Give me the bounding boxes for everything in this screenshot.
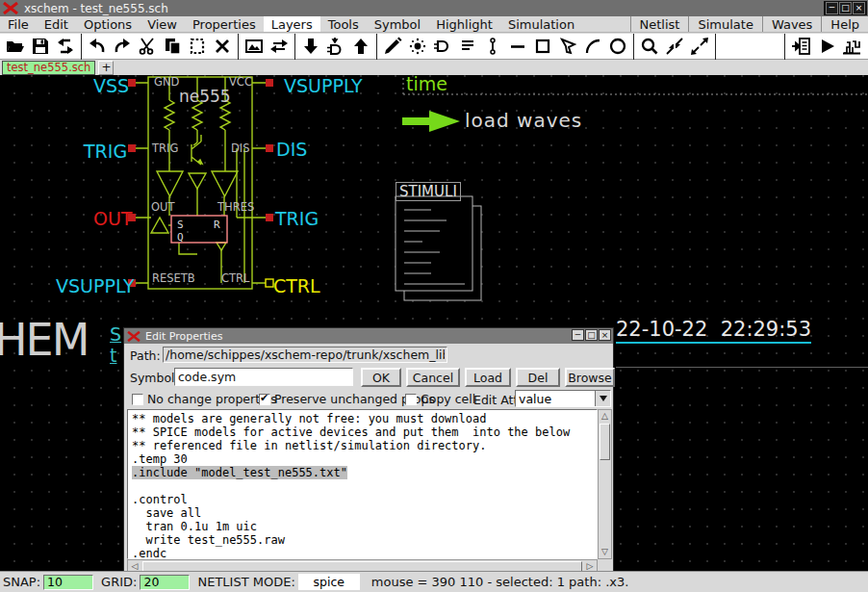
code-line[interactable]: save all xyxy=(132,506,597,520)
light-icon[interactable] xyxy=(405,35,430,58)
zoom-box-icon[interactable] xyxy=(687,35,712,58)
search-icon[interactable] xyxy=(637,35,662,58)
delete-icon[interactable] xyxy=(210,35,235,58)
checkbox-box[interactable]: ✔ xyxy=(259,394,270,405)
circle-icon[interactable] xyxy=(605,35,630,58)
code-line-highlighted[interactable]: .include "model_test_ne555.txt" xyxy=(132,466,347,479)
checkbox-box[interactable] xyxy=(405,394,417,405)
code-line[interactable]: ** SPICE models for active devices and p… xyxy=(132,425,597,439)
undo-icon[interactable] xyxy=(85,35,110,58)
menu-highlight[interactable]: Highlight xyxy=(428,16,500,32)
checkbox-box[interactable] xyxy=(132,394,143,405)
move-down-icon[interactable] xyxy=(298,35,323,58)
waves-icon[interactable] xyxy=(839,35,864,58)
edit-attr-combobox[interactable] xyxy=(515,390,611,407)
rectangle-icon[interactable] xyxy=(530,35,555,58)
close-icon[interactable]: × xyxy=(853,2,865,14)
dialog-close-icon[interactable]: × xyxy=(599,329,611,341)
polygon-icon[interactable] xyxy=(555,35,580,58)
dialog-titlebar[interactable]: Edit Properties ─ □ × xyxy=(124,328,613,344)
menu-waves[interactable]: Waves xyxy=(762,16,821,32)
stimuli-documents[interactable] xyxy=(396,196,481,300)
open-icon[interactable] xyxy=(3,35,28,58)
properties-text-editor[interactable]: ** models are generally not free: you mu… xyxy=(127,409,598,559)
time-label[interactable]: time xyxy=(406,75,447,94)
code-line[interactable] xyxy=(132,479,597,493)
dialog-maximize-icon[interactable]: □ xyxy=(585,329,598,341)
component-name[interactable]: ne555 xyxy=(179,87,231,106)
grid-input[interactable] xyxy=(140,575,190,590)
load-waves-arrow-icon[interactable] xyxy=(402,111,460,132)
code-line[interactable]: ** models are generally not free: you mu… xyxy=(132,412,597,425)
load-waves-label[interactable]: load waves xyxy=(465,109,582,132)
menu-properties[interactable]: Properties xyxy=(185,16,264,32)
tab-test-ne555[interactable]: test_ne555.sch xyxy=(2,61,95,75)
vertical-scrollbar-thumb[interactable] xyxy=(600,424,610,460)
code-line[interactable]: tran 0.1u 1m uic xyxy=(132,520,597,533)
menu-tools[interactable]: Tools xyxy=(320,16,367,32)
symbol-input[interactable] xyxy=(174,368,353,386)
net-label-dis[interactable]: DIS xyxy=(276,139,307,160)
menu-layers[interactable]: Layers xyxy=(264,16,320,32)
horizontal-scrollbar-thumb[interactable] xyxy=(142,561,582,572)
menu-edit[interactable]: Edit xyxy=(37,16,76,32)
copy-cell-checkbox[interactable]: Copy cell xyxy=(405,392,475,406)
code-line[interactable]: .control xyxy=(132,493,597,506)
simulate-icon[interactable] xyxy=(814,35,839,58)
browse-button[interactable]: Browse xyxy=(565,368,615,387)
arc-icon[interactable] xyxy=(580,35,605,58)
vertical-scrollbar[interactable]: △ ▽ xyxy=(598,409,612,559)
code-line[interactable]: ** referenced file in netlist/simulation… xyxy=(132,439,597,452)
ok-button[interactable]: OK xyxy=(361,368,401,387)
snap-input[interactable] xyxy=(43,575,93,590)
place-symbol-icon[interactable] xyxy=(242,35,267,58)
menu-options[interactable]: Options xyxy=(76,16,140,32)
code-line[interactable]: .endc xyxy=(132,547,597,559)
new-tab-button[interactable]: + xyxy=(98,61,114,75)
swap-icon[interactable] xyxy=(267,35,292,58)
menu-symbol[interactable]: Symbol xyxy=(367,16,428,32)
load-button[interactable]: Load xyxy=(465,368,511,387)
ctrl-pin-highlighted[interactable] xyxy=(266,279,273,287)
menu-netlist[interactable]: Netlist xyxy=(630,16,689,32)
scroll-up-icon[interactable]: △ xyxy=(599,410,611,423)
dialog-minimize-icon[interactable]: ─ xyxy=(572,329,584,341)
scroll-down-icon[interactable]: ▽ xyxy=(599,546,611,558)
net-label-vsupply-top[interactable]: VSUPPLY xyxy=(284,75,363,96)
line-icon[interactable] xyxy=(505,35,530,58)
del-button[interactable]: Del xyxy=(516,368,560,387)
save-icon[interactable] xyxy=(28,35,53,58)
menu-simulate[interactable]: Simulate xyxy=(688,16,761,32)
chevron-down-icon[interactable] xyxy=(595,391,610,406)
minimize-icon[interactable]: ─ xyxy=(826,2,838,14)
wire-icon[interactable] xyxy=(480,35,505,58)
gate-icon[interactable] xyxy=(430,35,455,58)
net-label-trig-right[interactable]: TRIG xyxy=(275,208,319,229)
reload-icon[interactable] xyxy=(53,35,78,58)
cancel-button[interactable]: Cancel xyxy=(406,368,460,387)
descend-icon[interactable] xyxy=(323,35,348,58)
code-line[interactable]: .temp 30 xyxy=(132,452,597,466)
copy-icon[interactable] xyxy=(160,35,185,58)
net-label-ctrl-highlighted[interactable]: CTRL xyxy=(273,275,320,296)
netlist-mode-value[interactable] xyxy=(298,574,360,590)
net-label-trig-left[interactable]: TRIG xyxy=(84,141,127,162)
text-icon[interactable] xyxy=(455,35,480,58)
menu-simulation[interactable]: Simulation xyxy=(500,16,582,32)
net-label-out-selected[interactable]: OUT xyxy=(93,208,132,229)
path-field[interactable] xyxy=(163,347,447,363)
netlist-icon[interactable] xyxy=(789,35,814,58)
maximize-icon[interactable]: □ xyxy=(839,2,852,14)
cut-icon[interactable] xyxy=(135,35,160,58)
no-change-properties-checkbox[interactable]: No change properties xyxy=(132,392,277,406)
code-line[interactable]: write test_ne555.raw xyxy=(132,533,597,547)
move-up-icon[interactable] xyxy=(348,35,373,58)
redo-icon[interactable] xyxy=(110,35,135,58)
zoom-fit-icon[interactable] xyxy=(662,35,687,58)
window-titlebar[interactable]: xschem - test_ne555.sch ─ □ × xyxy=(0,0,868,16)
net-label-vsupply-bottom[interactable]: VSUPPLY xyxy=(56,275,135,296)
menu-view[interactable]: View xyxy=(140,16,185,32)
menu-help[interactable]: Help xyxy=(821,16,868,32)
menu-file[interactable]: File xyxy=(0,16,37,32)
draw-icon[interactable] xyxy=(380,35,405,58)
